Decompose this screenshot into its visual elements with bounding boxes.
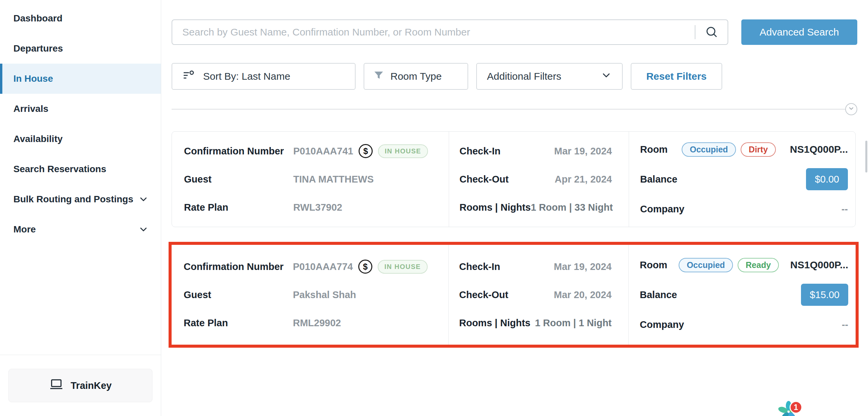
- card-dates-column: Check-In Mar 19, 2024 Check-Out Apr 21, …: [449, 132, 629, 227]
- guest-label: Guest: [184, 174, 293, 185]
- reservation-card[interactable]: Confirmation Number P010AAA774 $ IN HOUS…: [172, 245, 856, 345]
- notification-badge: 1: [789, 401, 802, 414]
- sidebar-item-dashboard[interactable]: Dashboard: [0, 3, 161, 33]
- sidebar-item-departures[interactable]: Departures: [0, 33, 161, 64]
- content-divider: [172, 109, 856, 109]
- sidebar-item-more[interactable]: More: [0, 214, 161, 245]
- collapse-chevron-button[interactable]: [845, 103, 857, 115]
- confirmation-label: Confirmation Number: [184, 261, 293, 272]
- card-guest-column: Confirmation Number P010AAA774 $ IN HOUS…: [172, 245, 448, 345]
- search-icon: [705, 25, 718, 39]
- check-in-label: Check-In: [460, 146, 500, 157]
- reservation-card[interactable]: Confirmation Number P010AAA741 $ IN HOUS…: [172, 131, 856, 227]
- card-guest-column: Confirmation Number P010AAA741 $ IN HOUS…: [172, 132, 449, 227]
- rooms-nights-label: Rooms | Nights: [460, 202, 531, 213]
- check-out-value: Apr 21, 2024: [555, 174, 612, 185]
- room-number: NS1Q000P...: [790, 144, 848, 155]
- search-button[interactable]: [695, 20, 727, 44]
- balance-label: Balance: [640, 174, 677, 185]
- sidebar-item-label: Availability: [13, 134, 63, 145]
- additional-filters-button[interactable]: Additional Filters: [476, 63, 623, 90]
- in-house-badge: IN HOUSE: [378, 145, 428, 158]
- sort-icon: [182, 69, 195, 84]
- check-out-label: Check-Out: [459, 289, 508, 300]
- additional-filters-label: Additional Filters: [487, 71, 561, 82]
- company-label: Company: [640, 319, 684, 330]
- funnel-icon: [373, 70, 384, 84]
- balance-label: Balance: [640, 289, 677, 300]
- sort-by-button[interactable]: Sort By: Last Name: [172, 63, 355, 90]
- guest-value: Pakshal Shah: [293, 289, 356, 300]
- sidebar-item-label: Departures: [13, 43, 63, 54]
- room-status-pill-dirty: Dirty: [741, 142, 776, 157]
- chevron-down-icon: [848, 105, 855, 113]
- check-in-value: Mar 19, 2024: [554, 261, 612, 272]
- search-bar: [172, 20, 728, 45]
- rate-plan-value: RML29902: [293, 318, 341, 328]
- check-in-value: Mar 19, 2024: [554, 146, 612, 157]
- sort-by-label: Sort By: Last Name: [203, 71, 290, 82]
- rate-plan-label: Rate Plan: [184, 202, 293, 213]
- sidebar-item-label: Dashboard: [13, 13, 62, 24]
- advanced-search-button[interactable]: Advanced Search: [741, 20, 857, 45]
- company-label: Company: [640, 204, 684, 215]
- check-out-label: Check-Out: [460, 174, 509, 185]
- room-status-pill-ready: Ready: [738, 258, 779, 272]
- company-value: --: [841, 204, 848, 215]
- trainkey-button[interactable]: TrainKey: [8, 369, 153, 402]
- rooms-nights-value: 1 Room | 33 Night: [531, 202, 613, 213]
- room-label: Room: [640, 144, 668, 155]
- room-status-pill-occupied: Occupied: [679, 258, 733, 272]
- rooms-nights-label: Rooms | Nights: [459, 318, 530, 328]
- check-in-label: Check-In: [459, 261, 500, 272]
- trainkey-label: TrainKey: [71, 380, 112, 391]
- room-status-pill-occupied: Occupied: [682, 142, 736, 157]
- company-value: --: [842, 319, 848, 330]
- dollar-icon[interactable]: $: [359, 144, 373, 158]
- balance-button[interactable]: $15.00: [801, 284, 848, 306]
- guest-label: Guest: [184, 289, 293, 300]
- chevron-down-icon: [138, 224, 149, 235]
- sidebar: Dashboard Departures In House Arrivals A…: [0, 0, 161, 416]
- rate-plan-value: RWL37902: [293, 202, 342, 213]
- room-label: Room: [640, 260, 667, 270]
- balance-button[interactable]: $0.00: [806, 168, 848, 190]
- sidebar-item-in-house[interactable]: In House: [0, 64, 161, 94]
- confirmation-value: P010AAA741: [293, 146, 353, 157]
- in-house-badge: IN HOUSE: [378, 260, 428, 274]
- sidebar-nav: Dashboard Departures In House Arrivals A…: [0, 0, 161, 245]
- sidebar-item-arrivals[interactable]: Arrivals: [0, 94, 161, 124]
- sidebar-item-bulk-routing[interactable]: Bulk Routing and Postings: [0, 184, 161, 214]
- sidebar-item-label: Search Reservations: [13, 164, 106, 174]
- room-number: NS1Q000P...: [790, 259, 848, 270]
- card-room-column: Room Occupied Dirty NS1Q000P... Balance …: [629, 132, 855, 227]
- sidebar-item-label: More: [13, 224, 36, 235]
- sidebar-item-label: Bulk Routing and Postings: [13, 194, 133, 205]
- confirmation-value: P010AAA774: [293, 261, 353, 272]
- dollar-icon[interactable]: $: [358, 260, 372, 274]
- scrollbar-thumb[interactable]: [865, 141, 867, 172]
- chevron-down-icon: [600, 70, 612, 84]
- sidebar-footer: TrainKey: [0, 355, 161, 416]
- card-room-column: Room Occupied Ready NS1Q000P... Balance …: [628, 245, 856, 345]
- sidebar-item-label: Arrivals: [13, 103, 48, 114]
- room-type-label: Room Type: [391, 71, 442, 82]
- sidebar-item-label: In House: [13, 73, 53, 84]
- guest-value: TINA MATTHEWS: [293, 174, 374, 185]
- sidebar-item-availability[interactable]: Availability: [0, 124, 161, 154]
- chevron-down-icon: [138, 194, 149, 205]
- room-type-button[interactable]: Room Type: [364, 63, 468, 90]
- sidebar-item-search-reservations[interactable]: Search Reservations: [0, 154, 161, 184]
- laptop-icon: [49, 379, 63, 393]
- card-dates-column: Check-In Mar 19, 2024 Check-Out Mar 20, …: [448, 245, 628, 345]
- rate-plan-label: Rate Plan: [184, 318, 293, 328]
- search-input[interactable]: [172, 20, 695, 44]
- highlighted-card-outline: Confirmation Number P010AAA774 $ IN HOUS…: [168, 242, 859, 348]
- rooms-nights-value: 1 Room | 1 Night: [535, 318, 612, 328]
- check-out-value: Mar 20, 2024: [554, 289, 612, 300]
- reset-filters-button[interactable]: Reset Filters: [631, 63, 722, 90]
- confirmation-label: Confirmation Number: [184, 146, 293, 157]
